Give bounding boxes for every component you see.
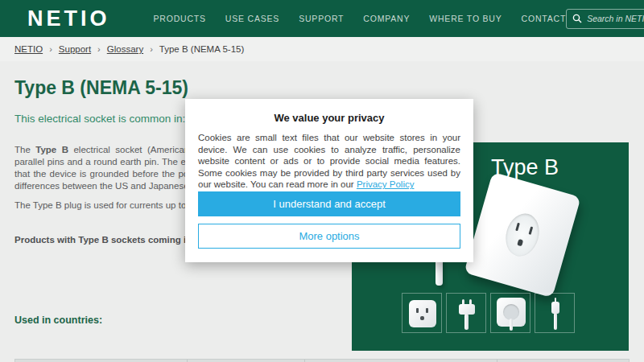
type-b-bold: Type B (35, 145, 68, 154)
thumbnail-socket-with-plug[interactable] (490, 293, 530, 333)
thumbnail-plug-side[interactable] (535, 293, 575, 333)
outlet-ground-hole (517, 239, 523, 246)
used-in-countries-label: Used in countries: (14, 315, 102, 326)
search-icon (572, 14, 582, 23)
nav-use-cases[interactable]: USE CASES (225, 14, 279, 23)
page: NETIO PRODUCTS USE CASES SUPPORT COMPANY… (0, 0, 644, 362)
privacy-policy-link[interactable]: Privacy Policy (357, 179, 415, 189)
outlet-slot (515, 223, 520, 231)
search-box[interactable] (566, 9, 644, 29)
breadcrumb-separator-icon: › (97, 44, 101, 54)
page-title: Type B (NEMA 5-15) (14, 77, 188, 99)
search-input[interactable] (587, 14, 644, 23)
modal-title: We value your privacy (185, 112, 473, 124)
nav-contact[interactable]: CONTACT (522, 14, 567, 23)
thumbnail-plug-front[interactable] (446, 293, 486, 333)
modal-body-text: Cookies are small text files that our we… (198, 132, 460, 191)
breadcrumb-glossary[interactable]: Glossary (107, 44, 143, 54)
nav-company[interactable]: COMPANY (363, 14, 410, 23)
breadcrumb-support[interactable]: Support (59, 44, 91, 54)
nema-outlet-face (501, 210, 543, 261)
countries-table (14, 359, 630, 362)
site-header: NETIO PRODUCTS USE CASES SUPPORT COMPANY… (0, 0, 644, 37)
breadcrumb-netio[interactable]: NETIO (14, 44, 43, 54)
outlet-slot (529, 226, 534, 234)
main-nav: PRODUCTS USE CASES SUPPORT COMPANY WHERE… (154, 14, 567, 23)
thumbnail-socket-front[interactable] (402, 293, 442, 333)
netio-logo[interactable]: NETIO (27, 8, 110, 30)
nav-where-to-buy[interactable]: WHERE TO BUY (429, 14, 502, 23)
breadcrumb-separator-icon: › (49, 44, 52, 54)
breadcrumb-current: Type B (NEMA 5-15) (159, 44, 244, 54)
accept-cookies-button[interactable]: I understand and accept (198, 191, 460, 216)
gallery-thumbnails (402, 293, 575, 333)
breadcrumb: NETIO › Support › Glossary › Type B (NEM… (0, 37, 644, 61)
cookie-consent-dialog: We value your privacy Cookies are small … (185, 99, 473, 262)
socket-plate-image (464, 172, 580, 298)
nav-products[interactable]: PRODUCTS (154, 14, 206, 23)
breadcrumb-separator-icon: › (150, 44, 153, 54)
more-options-button[interactable]: More options (198, 224, 460, 249)
nav-support[interactable]: SUPPORT (299, 14, 344, 23)
